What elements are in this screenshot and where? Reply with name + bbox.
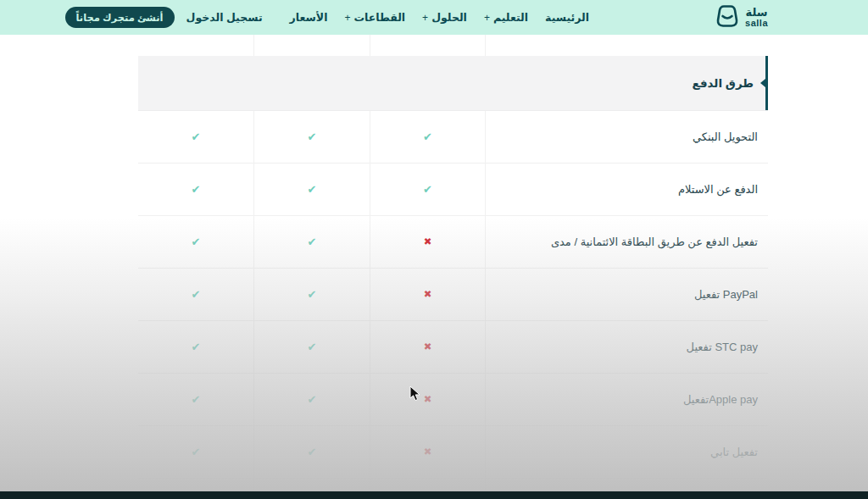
nav-item-pricing-label: الأسعار (290, 11, 328, 24)
nav-item-education[interactable]: التعليم + (484, 11, 528, 24)
table-row: تفعيل الدفع عن طريق البطاقة الائتمانية /… (138, 216, 768, 269)
nav-item-solutions[interactable]: الحلول + (422, 11, 467, 24)
table-row: التحويل البنكي✔✔✔ (138, 111, 768, 164)
nav-item-solutions-label: الحلول (431, 11, 467, 24)
check-icon: ✔ (192, 289, 201, 300)
section-accent-bar (765, 56, 768, 110)
check-icon: ✔ (192, 131, 201, 142)
table-row: STC pay تفعيل✖✔✔ (138, 321, 768, 374)
nav-item-pricing[interactable]: الأسعار (290, 11, 328, 24)
table-row: PayPal تفعيل✖✔✔ (138, 269, 768, 321)
row-label: تفعيل الدفع عن طريق البطاقة الائتمانية /… (486, 216, 768, 269)
check-icon: ✔ (308, 131, 317, 142)
cross-icon: ✖ (424, 447, 432, 457)
payment-methods-comparison-table: طرق الدفع التحويل البنكي✔✔✔الدفع عن الاس… (138, 35, 768, 499)
cross-icon: ✖ (424, 290, 432, 300)
row-label: التحويل البنكي (486, 111, 768, 164)
cross-icon: ✖ (424, 395, 432, 405)
table-row: تفعيل تابي✖✔✔ (138, 426, 768, 479)
section-title: طرق الدفع (693, 76, 754, 90)
table-row: الدفع عن الاستلام✔✔✔ (138, 164, 768, 216)
salla-logo-text: سلة salla (745, 7, 768, 28)
cross-icon: ✖ (424, 342, 432, 352)
table-body: التحويل البنكي✔✔✔الدفع عن الاستلام✔✔✔تفع… (138, 111, 768, 479)
plus-icon: + (484, 12, 490, 24)
login-link[interactable]: تسجيل الدخول (186, 11, 263, 24)
salla-logo-arabic: سلة (745, 7, 768, 18)
nav-item-home[interactable]: الرئيسية (545, 11, 589, 24)
table-row: Apple payتفعيل✖✔✔ (138, 374, 768, 426)
nav-item-education-label: التعليم (493, 11, 528, 24)
nav-item-sectors-label: القطاعات (353, 11, 405, 24)
partial-row (138, 35, 768, 56)
salla-logo[interactable]: سلة salla (715, 3, 768, 32)
section-accent-arrow-icon (760, 79, 765, 87)
check-icon: ✔ (308, 446, 317, 457)
check-icon: ✔ (192, 446, 201, 457)
check-icon: ✔ (423, 184, 432, 195)
footer-top-strip (0, 491, 868, 499)
salla-basket-icon (715, 3, 740, 32)
salla-logo-latin: salla (745, 19, 768, 28)
check-icon: ✔ (423, 131, 432, 142)
check-icon: ✔ (192, 341, 201, 352)
navbar: سلة salla الرئيسية التعليم + الحلول + (0, 0, 868, 35)
plus-icon: + (422, 12, 428, 24)
row-label: PayPal تفعيل (486, 269, 768, 321)
create-store-button[interactable]: أنشئ متجرك مجاناً (65, 7, 175, 28)
check-icon: ✔ (192, 394, 201, 405)
check-icon: ✔ (308, 236, 317, 247)
check-icon: ✔ (308, 394, 317, 405)
cross-icon: ✖ (424, 237, 432, 247)
nav-links: الرئيسية التعليم + الحلول + القطاعات + ا… (290, 11, 589, 24)
check-icon: ✔ (308, 341, 317, 352)
row-label: تفعيل تابي (486, 426, 768, 479)
nav-item-sectors[interactable]: القطاعات + (344, 11, 405, 24)
check-icon: ✔ (192, 236, 201, 247)
row-label: الدفع عن الاستلام (486, 164, 768, 216)
plus-icon: + (344, 12, 350, 24)
row-label: STC pay تفعيل (486, 321, 768, 374)
check-icon: ✔ (308, 184, 317, 195)
check-icon: ✔ (192, 184, 201, 195)
row-label: Apple payتفعيل (486, 374, 768, 426)
check-icon: ✔ (308, 289, 317, 300)
nav-item-home-label: الرئيسية (545, 11, 589, 24)
section-header-payment-methods: طرق الدفع (138, 56, 768, 111)
